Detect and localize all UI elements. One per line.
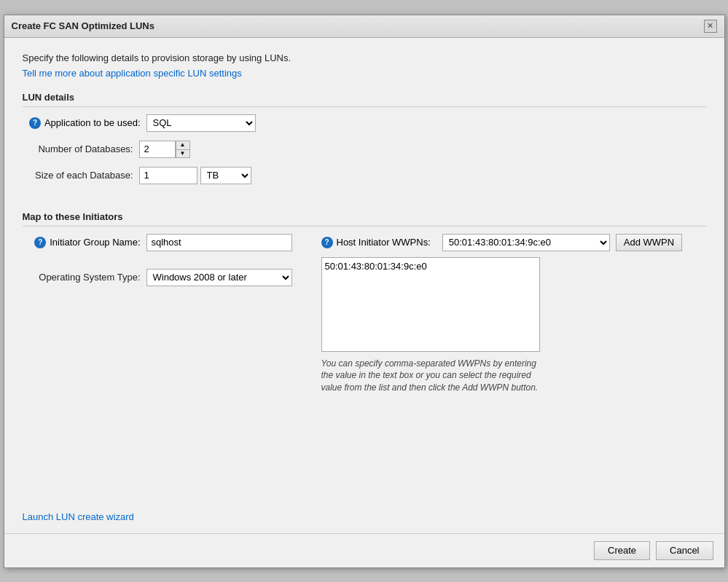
spinner-down-button[interactable]: ▼	[176, 149, 189, 157]
dialog-footer: Create Cancel	[4, 533, 724, 567]
application-label: Application to be used:	[44, 117, 141, 128]
intro-text: Specify the following details to provisi…	[23, 52, 706, 63]
application-label-group: ? Application to be used:	[23, 117, 146, 129]
size-label: Size of each Database:	[23, 170, 139, 181]
close-button[interactable]: ✕	[704, 20, 717, 33]
initiator-group-input[interactable]: sqlhost	[146, 234, 292, 251]
num-databases-input[interactable]: 2	[139, 141, 176, 158]
initiator-group-form-group: ? Initiator Group Name: sqlhost	[23, 234, 292, 251]
wwpn-select[interactable]: 50:01:43:80:01:34:9c:e0	[442, 234, 610, 251]
os-type-select[interactable]: Windows 2008 or later Windows Linux Sola…	[146, 269, 292, 286]
initiator-label-group: ? Initiator Group Name:	[23, 237, 146, 248]
wwpn-textarea[interactable]: 50:01:43:80:01:34:9c:e0	[321, 257, 540, 352]
add-wwpn-button[interactable]: Add WWPN	[616, 234, 682, 251]
map-grid: ? Initiator Group Name: sqlhost Operatin…	[23, 234, 706, 394]
wwpn-header: ? Host Initiator WWPNs: 50:01:43:80:01:3…	[321, 234, 706, 251]
lun-details-header: LUN details	[23, 92, 706, 107]
os-type-form-group: Operating System Type: Windows 2008 or l…	[23, 269, 292, 286]
wwpn-label-group: ? Host Initiator WWPNs:	[321, 237, 437, 248]
create-fc-san-dialog: Create FC SAN Optimized LUNs ✕ Specify t…	[4, 15, 725, 568]
os-type-label: Operating System Type:	[23, 272, 146, 283]
initiator-group-label: Initiator Group Name:	[50, 237, 140, 248]
application-form-group: ? Application to be used: SQL Oracle Exc…	[23, 114, 706, 132]
spinner-up-button[interactable]: ▲	[176, 141, 189, 149]
num-databases-spinner: 2 ▲ ▼	[139, 141, 190, 158]
size-form-group: Size of each Database: 1 TB GB MB	[23, 167, 706, 184]
num-databases-label: Number of Databases:	[23, 143, 139, 154]
cancel-button[interactable]: Cancel	[656, 541, 713, 560]
lun-details-section: LUN details ? Application to be used: SQ…	[23, 92, 706, 193]
map-initiators-header: Map to these Initiators	[23, 211, 706, 227]
application-help-icon[interactable]: ?	[29, 117, 41, 129]
lun-settings-link[interactable]: Tell me more about application specific …	[23, 68, 706, 79]
dialog-titlebar: Create FC SAN Optimized LUNs ✕	[4, 15, 724, 38]
launch-wizard-link[interactable]: Launch LUN create wizard	[23, 497, 706, 522]
application-select[interactable]: SQL Oracle Exchange Other	[146, 114, 256, 132]
wwpn-help-icon[interactable]: ?	[321, 237, 333, 248]
size-input[interactable]: 1	[139, 167, 197, 184]
map-right-column: ? Host Initiator WWPNs: 50:01:43:80:01:3…	[321, 234, 706, 394]
create-button[interactable]: Create	[594, 541, 650, 560]
spinner-buttons: ▲ ▼	[176, 141, 190, 158]
wwpn-label: Host Initiator WWPNs:	[337, 237, 431, 248]
dialog-body: Specify the following details to provisi…	[4, 38, 724, 533]
wwpn-help-text: You can specify comma-separated WWPNs by…	[321, 358, 540, 394]
dialog-title: Create FC SAN Optimized LUNs	[12, 20, 154, 31]
map-left-column: ? Initiator Group Name: sqlhost Operatin…	[23, 234, 292, 286]
map-initiators-section: Map to these Initiators ? Initiator Grou…	[23, 211, 706, 394]
size-container: 1 TB GB MB	[139, 167, 251, 184]
size-unit-select[interactable]: TB GB MB	[200, 167, 251, 184]
initiator-help-icon[interactable]: ?	[34, 237, 46, 248]
num-databases-form-group: Number of Databases: 2 ▲ ▼	[23, 141, 706, 158]
